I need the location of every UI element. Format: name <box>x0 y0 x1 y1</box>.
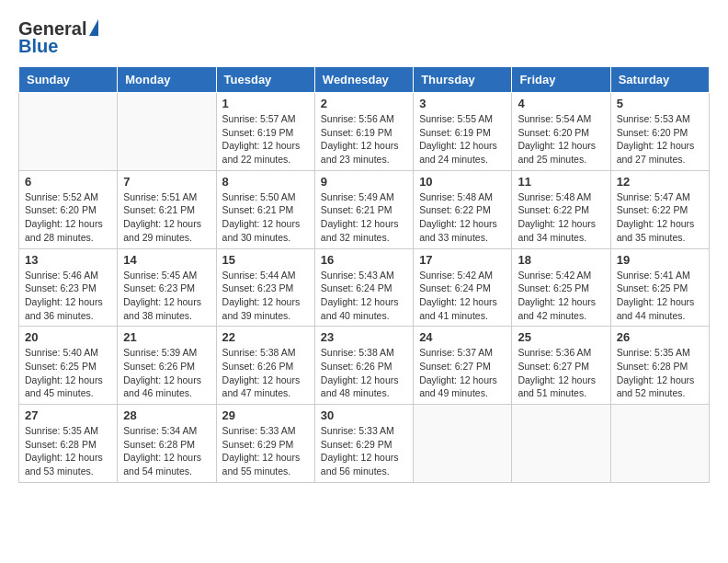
day-number: 10 <box>419 175 506 189</box>
calendar-table: SundayMondayTuesdayWednesdayThursdayFrid… <box>18 66 710 483</box>
day-number: 14 <box>123 253 210 267</box>
day-info: Sunrise: 5:48 AM Sunset: 6:22 PM Dayligh… <box>518 190 604 245</box>
day-info: Sunrise: 5:34 AM Sunset: 6:28 PM Dayligh… <box>123 424 210 478</box>
logo: General Blue <box>18 18 98 57</box>
calendar-day: 23Sunrise: 5:38 AM Sunset: 6:26 PM Dayli… <box>314 327 413 405</box>
calendar-day: 18Sunrise: 5:42 AM Sunset: 6:25 PM Dayli… <box>512 248 610 327</box>
calendar-day: 14Sunrise: 5:45 AM Sunset: 6:23 PM Dayli… <box>118 248 216 327</box>
day-info: Sunrise: 5:51 AM Sunset: 6:21 PM Dayligh… <box>123 190 210 245</box>
day-info: Sunrise: 5:38 AM Sunset: 6:26 PM Dayligh… <box>222 346 309 400</box>
logo-triangle-icon <box>89 19 98 36</box>
calendar-day: 9Sunrise: 5:49 AM Sunset: 6:21 PM Daylig… <box>314 170 413 248</box>
day-info: Sunrise: 5:48 AM Sunset: 6:22 PM Dayligh… <box>419 190 506 245</box>
day-number: 4 <box>518 97 604 110</box>
day-info: Sunrise: 5:37 AM Sunset: 6:27 PM Dayligh… <box>419 346 506 400</box>
calendar-day <box>610 405 709 483</box>
day-info: Sunrise: 5:57 AM Sunset: 6:19 PM Dayligh… <box>222 112 309 167</box>
calendar-day: 16Sunrise: 5:43 AM Sunset: 6:24 PM Dayli… <box>314 248 413 327</box>
calendar-day: 22Sunrise: 5:38 AM Sunset: 6:26 PM Dayli… <box>216 327 314 405</box>
weekday-header-monday: Monday <box>118 67 216 93</box>
calendar-day: 5Sunrise: 5:53 AM Sunset: 6:20 PM Daylig… <box>610 93 709 171</box>
day-number: 18 <box>518 253 604 267</box>
calendar-week-1: 1Sunrise: 5:57 AM Sunset: 6:19 PM Daylig… <box>19 93 710 171</box>
day-info: Sunrise: 5:38 AM Sunset: 6:26 PM Dayligh… <box>321 346 407 400</box>
day-number: 26 <box>617 330 703 344</box>
calendar-day: 10Sunrise: 5:48 AM Sunset: 6:22 PM Dayli… <box>414 170 512 248</box>
calendar-day: 8Sunrise: 5:50 AM Sunset: 6:21 PM Daylig… <box>216 170 314 248</box>
day-number: 8 <box>222 175 309 189</box>
day-number: 23 <box>321 330 407 344</box>
calendar-week-3: 13Sunrise: 5:46 AM Sunset: 6:23 PM Dayli… <box>19 248 710 327</box>
calendar-day: 15Sunrise: 5:44 AM Sunset: 6:23 PM Dayli… <box>216 248 314 327</box>
day-info: Sunrise: 5:47 AM Sunset: 6:22 PM Dayligh… <box>617 190 703 245</box>
calendar-day: 4Sunrise: 5:54 AM Sunset: 6:20 PM Daylig… <box>512 93 610 171</box>
calendar-week-2: 6Sunrise: 5:52 AM Sunset: 6:20 PM Daylig… <box>19 170 710 248</box>
logo-blue-text: Blue <box>18 36 58 57</box>
weekday-header-friday: Friday <box>512 67 610 93</box>
day-number: 15 <box>222 253 309 267</box>
page-header: General Blue <box>18 18 710 57</box>
calendar-day: 21Sunrise: 5:39 AM Sunset: 6:26 PM Dayli… <box>118 327 216 405</box>
day-number: 3 <box>419 97 506 110</box>
calendar-day <box>118 93 216 171</box>
day-info: Sunrise: 5:54 AM Sunset: 6:20 PM Dayligh… <box>518 112 604 167</box>
day-number: 11 <box>518 175 604 189</box>
day-number: 16 <box>321 253 407 267</box>
day-info: Sunrise: 5:49 AM Sunset: 6:21 PM Dayligh… <box>321 190 407 245</box>
day-info: Sunrise: 5:52 AM Sunset: 6:20 PM Dayligh… <box>25 190 111 245</box>
day-number: 13 <box>25 253 111 267</box>
day-number: 24 <box>419 330 506 344</box>
calendar-day: 11Sunrise: 5:48 AM Sunset: 6:22 PM Dayli… <box>512 170 610 248</box>
day-number: 19 <box>617 253 703 267</box>
day-number: 17 <box>419 253 506 267</box>
day-number: 25 <box>518 330 604 344</box>
day-info: Sunrise: 5:56 AM Sunset: 6:19 PM Dayligh… <box>321 112 407 167</box>
day-info: Sunrise: 5:36 AM Sunset: 6:27 PM Dayligh… <box>518 346 604 400</box>
calendar-day: 24Sunrise: 5:37 AM Sunset: 6:27 PM Dayli… <box>414 327 512 405</box>
calendar-day: 1Sunrise: 5:57 AM Sunset: 6:19 PM Daylig… <box>216 93 314 171</box>
day-number: 27 <box>25 408 111 422</box>
day-info: Sunrise: 5:33 AM Sunset: 6:29 PM Dayligh… <box>222 424 309 478</box>
calendar-day: 25Sunrise: 5:36 AM Sunset: 6:27 PM Dayli… <box>512 327 610 405</box>
day-number: 30 <box>321 408 407 422</box>
calendar-week-5: 27Sunrise: 5:35 AM Sunset: 6:28 PM Dayli… <box>19 405 710 483</box>
calendar-day <box>19 93 118 171</box>
day-info: Sunrise: 5:41 AM Sunset: 6:25 PM Dayligh… <box>617 269 703 323</box>
calendar-day: 27Sunrise: 5:35 AM Sunset: 6:28 PM Dayli… <box>19 405 118 483</box>
day-number: 7 <box>123 175 210 189</box>
day-info: Sunrise: 5:55 AM Sunset: 6:19 PM Dayligh… <box>419 112 506 167</box>
day-number: 28 <box>123 408 210 422</box>
day-info: Sunrise: 5:44 AM Sunset: 6:23 PM Dayligh… <box>222 269 309 323</box>
weekday-header-tuesday: Tuesday <box>216 67 314 93</box>
weekday-header-saturday: Saturday <box>610 67 709 93</box>
calendar-day: 28Sunrise: 5:34 AM Sunset: 6:28 PM Dayli… <box>118 405 216 483</box>
calendar-day: 12Sunrise: 5:47 AM Sunset: 6:22 PM Dayli… <box>610 170 709 248</box>
weekday-header-row: SundayMondayTuesdayWednesdayThursdayFrid… <box>19 67 710 93</box>
calendar-day: 20Sunrise: 5:40 AM Sunset: 6:25 PM Dayli… <box>19 327 118 405</box>
day-info: Sunrise: 5:35 AM Sunset: 6:28 PM Dayligh… <box>25 424 111 478</box>
calendar-day: 30Sunrise: 5:33 AM Sunset: 6:29 PM Dayli… <box>314 405 413 483</box>
day-number: 9 <box>321 175 407 189</box>
weekday-header-wednesday: Wednesday <box>314 67 413 93</box>
calendar-day: 29Sunrise: 5:33 AM Sunset: 6:29 PM Dayli… <box>216 405 314 483</box>
day-info: Sunrise: 5:53 AM Sunset: 6:20 PM Dayligh… <box>617 112 703 167</box>
calendar-day: 13Sunrise: 5:46 AM Sunset: 6:23 PM Dayli… <box>19 248 118 327</box>
weekday-header-sunday: Sunday <box>19 67 118 93</box>
day-number: 21 <box>123 330 210 344</box>
calendar-day: 6Sunrise: 5:52 AM Sunset: 6:20 PM Daylig… <box>19 170 118 248</box>
day-info: Sunrise: 5:35 AM Sunset: 6:28 PM Dayligh… <box>617 346 703 400</box>
day-number: 12 <box>617 175 703 189</box>
calendar-day: 7Sunrise: 5:51 AM Sunset: 6:21 PM Daylig… <box>118 170 216 248</box>
day-info: Sunrise: 5:50 AM Sunset: 6:21 PM Dayligh… <box>222 190 309 245</box>
day-info: Sunrise: 5:46 AM Sunset: 6:23 PM Dayligh… <box>25 269 111 323</box>
calendar-day: 19Sunrise: 5:41 AM Sunset: 6:25 PM Dayli… <box>610 248 709 327</box>
calendar-day <box>512 405 610 483</box>
day-number: 22 <box>222 330 309 344</box>
day-number: 1 <box>222 97 309 110</box>
calendar-day <box>414 405 512 483</box>
day-number: 6 <box>25 175 111 189</box>
calendar-day: 26Sunrise: 5:35 AM Sunset: 6:28 PM Dayli… <box>610 327 709 405</box>
day-info: Sunrise: 5:43 AM Sunset: 6:24 PM Dayligh… <box>321 269 407 323</box>
day-number: 29 <box>222 408 309 422</box>
day-number: 5 <box>617 97 703 110</box>
